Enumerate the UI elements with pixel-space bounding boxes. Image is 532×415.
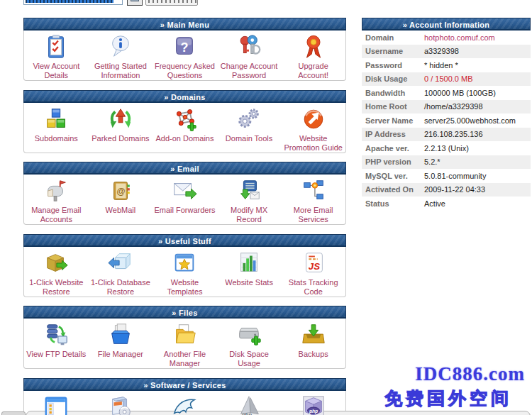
section-body: View FTP DetailsFile ManagerAnother File… <box>23 319 346 369</box>
account-row-label: Password <box>362 61 424 70</box>
menu-item-label: Parked Domains <box>89 134 153 143</box>
menu-item-label: 1-Click Database Restore <box>89 278 153 297</box>
menu-item-website-promotion-guide[interactable]: Website Promotion Guide <box>281 103 345 153</box>
section-body: phpphp <box>23 391 346 415</box>
menu-item-view-ftp-details[interactable]: View FTP Details <box>24 319 89 359</box>
menu-item-label: Email Forwarders <box>153 206 217 215</box>
section-software-services: » Software / Servicesphpphp <box>23 378 346 415</box>
account-row-home-root: Home Root/home/a3329398 <box>362 100 531 114</box>
account-information-header: » Account Information <box>362 18 531 31</box>
menu-item-email-forwarders[interactable]: Email Forwarders <box>153 175 217 215</box>
menu-item-parked-domains[interactable]: Parked Domains <box>89 103 153 143</box>
menu-item-more-email-services[interactable]: More Email Services <box>281 175 345 224</box>
menu-item-file-manager[interactable]: File Manager <box>89 319 153 359</box>
menu-item-label: Change Account Password <box>217 62 282 80</box>
menu-item-upgrade-account[interactable]: Upgrade Account! <box>281 31 345 80</box>
menu-item-website-stats[interactable]: Website Stats <box>217 247 282 287</box>
section-title: » Useful Stuff <box>158 237 211 245</box>
section-header: » Software / Services <box>23 378 346 391</box>
menu-item-label: Upgrade Account! <box>281 62 345 80</box>
menu-item-subdomains[interactable]: Subdomains <box>24 103 89 143</box>
menu-item-app-window[interactable] <box>24 391 89 415</box>
menu-item-mysql-dolphin[interactable] <box>153 391 217 415</box>
menu-item-getting-started-information[interactable]: Getting Started Information <box>89 31 153 80</box>
menu-item-label: View FTP Details <box>24 350 89 359</box>
account-row-value: a3329398 <box>424 47 459 55</box>
account-row-domain: Domainhotphoto.comuf.com <box>362 31 531 45</box>
menu-item-label: Website Promotion Guide <box>281 134 345 153</box>
account-row-label: MySQL ver. <box>362 172 424 180</box>
domain-input[interactable] <box>23 0 123 5</box>
webmail-book-icon: @ <box>89 177 153 206</box>
section-header: » Email <box>23 162 346 175</box>
menu-item-software-box-cd[interactable] <box>89 391 153 415</box>
menu-item-label: Website Stats <box>217 278 282 287</box>
section-title: » Email <box>170 165 199 173</box>
account-row-label: Server Name <box>362 116 424 125</box>
file-box-icon <box>89 321 153 350</box>
svg-text:?: ? <box>181 40 189 55</box>
menu-item-phpmyadmin-sail[interactable]: php <box>217 391 282 415</box>
menu-item-webmail[interactable]: @WebMail <box>89 175 153 215</box>
account-row-label: Domain <box>362 33 424 42</box>
menu-item-manage-email-accounts[interactable]: Manage Email Accounts <box>24 175 89 224</box>
php-cube-icon: php <box>281 394 345 415</box>
account-row-label: Home Root <box>362 102 424 111</box>
menu-item-label: Backups <box>281 350 345 359</box>
account-row-ip-address: IP Address216.108.235.136 <box>362 128 531 142</box>
account-information-rows: Domainhotphoto.comuf.comUsernamea3329398… <box>362 31 531 211</box>
menu-item-backups[interactable]: Backups <box>281 319 345 359</box>
menu-item-frequency-asked-questions[interactable]: ?Frequency Asked Questions <box>153 31 217 80</box>
menu-item-domain-tools[interactable]: Domain Tools <box>217 103 282 143</box>
menu-item-label: Stats Tracking Code <box>281 278 345 297</box>
menu-item-another-file-manager[interactable]: Another File Manager <box>153 319 217 368</box>
menu-item-label: File Manager <box>89 350 153 359</box>
flowchart-icon <box>281 177 345 206</box>
menu-item-website-templates[interactable]: Website Templates <box>153 247 217 297</box>
account-information-title: » Account Information <box>403 21 490 29</box>
account-row-value[interactable]: hotphoto.comuf.com <box>424 33 495 42</box>
menu-item-label: View Account Details <box>24 62 89 80</box>
menu-item-label: Getting Started Information <box>89 62 153 80</box>
software-box-cd-icon <box>89 394 153 415</box>
account-row-status: StatusActive <box>362 197 531 211</box>
menu-item-stats-tracking-code[interactable]: JSStats Tracking Code <box>281 247 345 297</box>
section-main-menu: » Main MenuView Account DetailsGetting S… <box>23 18 346 81</box>
go-button[interactable] <box>127 0 143 6</box>
keys-icon <box>217 33 282 62</box>
account-row-label: Status <box>362 199 424 208</box>
menu-item-label: Disk Space Usage <box>217 350 282 368</box>
section-useful-stuff: » Useful Stuff1-Click Website Restore1-C… <box>23 234 346 297</box>
menu-item-view-account-details[interactable]: View Account Details <box>24 31 89 80</box>
account-row-value: 216.108.235.136 <box>424 130 483 138</box>
create-new-button[interactable] <box>145 0 198 6</box>
account-row-mysql-ver: MySQL ver.5.0.81-community <box>362 169 531 183</box>
menu-item-php-cube[interactable]: php <box>281 391 345 415</box>
menu-item-disk-space-usage[interactable]: Disk Space Usage <box>217 319 282 368</box>
account-row-label: Bandwidth <box>362 89 424 97</box>
menu-item-add-on-domains[interactable]: Add-on Domains <box>153 103 217 143</box>
account-row-value: 5.2.* <box>424 157 440 166</box>
award-ribbon-icon <box>281 33 345 62</box>
menu-item-1-click-database-restore[interactable]: 1-Click Database Restore <box>89 247 153 297</box>
section-header: » Files <box>23 306 346 319</box>
account-row-value: /home/a3329398 <box>424 102 483 111</box>
info-bubble-icon <box>89 33 153 62</box>
menu-item-1-click-website-restore[interactable]: 1-Click Website Restore <box>24 247 89 297</box>
svg-text:php: php <box>242 411 252 415</box>
account-row-password: Password* hidden * <box>362 58 531 72</box>
mailbox-icon <box>24 177 89 206</box>
account-details-icon <box>24 33 89 62</box>
window-star-icon <box>153 250 217 278</box>
account-row-php-version: PHP version5.2.* <box>362 155 531 170</box>
section-header: » Main Menu <box>23 18 346 31</box>
phpmyadmin-sail-icon: php <box>217 394 282 415</box>
watermark-site-name: IDC886.com <box>415 363 525 385</box>
account-row-label: PHP version <box>362 157 424 166</box>
account-information-panel: » Account Information Domainhotphoto.com… <box>362 18 531 211</box>
account-row-label: Username <box>362 47 424 55</box>
menu-item-change-account-password[interactable]: Change Account Password <box>217 31 282 80</box>
account-row-activated-on: Activated On2009-11-22 04:33 <box>362 183 531 197</box>
menu-item-modify-mx-record[interactable]: Modify MX Record <box>217 175 282 224</box>
menu-item-label: Modify MX Record <box>217 206 282 224</box>
